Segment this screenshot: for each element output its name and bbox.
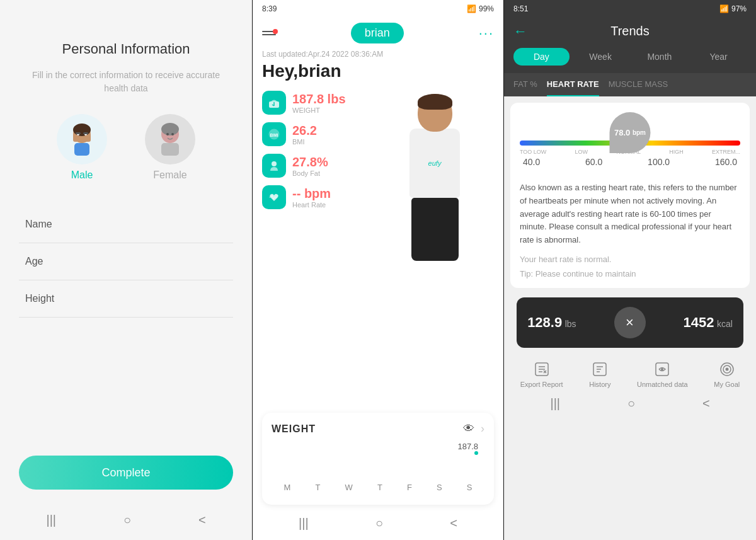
- username-badge[interactable]: brian: [351, 23, 404, 43]
- label-low: LOW: [575, 149, 588, 155]
- tab-heartrate[interactable]: HEART RATE: [547, 79, 599, 96]
- panel2-nav-bar: ||| ○ <: [253, 511, 503, 540]
- bodyfat-metric[interactable]: 27.8% Body Fat: [262, 154, 369, 178]
- tab-year[interactable]: Year: [690, 48, 747, 66]
- tab-week[interactable]: Week: [573, 48, 629, 66]
- day-w: W: [345, 483, 353, 492]
- nav3-menu[interactable]: <: [702, 396, 710, 411]
- form-fields: Name Age Height: [0, 206, 252, 318]
- time-tabs: Day Week Month Year: [504, 48, 756, 73]
- history-label: History: [589, 381, 610, 388]
- gauge-bar-container: 78.0 bpm TOO LOW LOW NORMAL HIGH EXTREM.…: [520, 115, 740, 167]
- close-button[interactable]: ×: [614, 307, 646, 338]
- svg-point-2: [73, 124, 91, 136]
- tab-day[interactable]: Day: [513, 48, 570, 66]
- heart-rate-bubble: 78.0 bpm: [610, 112, 651, 153]
- weight-card-controls: 👁 ›: [463, 422, 484, 435]
- male-label: Male: [71, 169, 93, 181]
- bodyfat-values: 27.8% Body Fat: [292, 155, 328, 177]
- label-high: HIGH: [669, 149, 684, 155]
- nav2-home[interactable]: ○: [375, 516, 383, 531]
- nav-menu-icon[interactable]: <: [198, 513, 206, 527]
- bottom-stats: 128.9 lbs × 1452 kcal: [517, 297, 743, 348]
- bmi-values: 26.2 BMI: [292, 124, 317, 146]
- my-goal-label: My Goal: [714, 381, 740, 388]
- bottom-stats-container: 128.9 lbs × 1452 kcal: [510, 297, 750, 348]
- bodyfat-label: Body Fat: [292, 169, 328, 177]
- weight-stat-value: 128.9: [527, 314, 562, 330]
- kcal-stat-value: 1452: [684, 314, 714, 330]
- day-t2: T: [377, 483, 382, 492]
- weight-chart-dot: [474, 451, 478, 455]
- val-40: 40.0: [523, 157, 540, 167]
- age-field[interactable]: Age: [19, 243, 233, 280]
- avatar-hair: [418, 94, 452, 110]
- weight-metric[interactable]: 187.8 lbs WEIGHT: [262, 91, 369, 115]
- metrics-list: 187.8 lbs WEIGHT BMI 26.2 BMI: [262, 91, 369, 406]
- menu-button[interactable]: [262, 31, 276, 35]
- history-icon: [591, 360, 609, 378]
- eye-icon[interactable]: 👁: [463, 422, 474, 435]
- weight-stat: 128.9 lbs: [527, 314, 576, 331]
- heartrate-icon: [262, 185, 286, 209]
- svg-point-12: [171, 133, 174, 135]
- nav-back-icon[interactable]: |||: [46, 513, 56, 527]
- heart-gauge: 78.0 bpm TOO LOW LOW NORMAL HIGH EXTREM.…: [520, 115, 740, 172]
- dashboard-panel: 8:39 📶 99% brian ··· Last updated:Apr.24…: [252, 0, 504, 540]
- weight-label: WEIGHT: [292, 106, 346, 114]
- chevron-right-icon[interactable]: ›: [481, 422, 484, 435]
- chart-card: 78.0 bpm TOO LOW LOW NORMAL HIGH EXTREM.…: [510, 103, 750, 288]
- weight-card-label: WEIGHT: [272, 423, 316, 435]
- heart-status: Your heart rate is normal.: [520, 255, 740, 264]
- panel1-title: Personal Information: [62, 41, 190, 57]
- female-avatar: [145, 114, 195, 164]
- greeting-text: Hey,brian: [253, 61, 503, 81]
- nav3-back[interactable]: |||: [550, 396, 560, 411]
- nav2-back[interactable]: |||: [299, 516, 309, 531]
- heartrate-metric[interactable]: -- bpm Heart Rate: [262, 185, 369, 209]
- height-field[interactable]: Height: [19, 280, 233, 318]
- nav2-menu[interactable]: <: [450, 516, 457, 531]
- nav-export-report[interactable]: Export Report: [520, 360, 563, 388]
- avatar-body: eufy: [375, 94, 494, 406]
- bmi-metric[interactable]: BMI 26.2 BMI: [262, 122, 369, 146]
- options-menu[interactable]: ···: [479, 25, 494, 42]
- complete-button[interactable]: Complete: [19, 456, 233, 490]
- nav-history[interactable]: History: [589, 360, 610, 388]
- heartrate-values: -- bpm Heart Rate: [292, 187, 331, 209]
- back-button[interactable]: ←: [513, 23, 527, 40]
- weight-chart: 187.8: [272, 442, 484, 480]
- tab-musclemass[interactable]: MUSCLE MASS: [609, 79, 668, 96]
- avatar-3d-container: eufy: [375, 88, 494, 406]
- panel3-header: ← Trends: [504, 18, 756, 48]
- status-bar-2: 8:39 📶 99%: [253, 0, 503, 18]
- svg-rect-6: [76, 132, 81, 134]
- bmi-label: BMI: [292, 138, 317, 146]
- male-avatar: [57, 114, 107, 164]
- svg-point-31: [725, 367, 728, 371]
- val-100: 100.0: [648, 157, 670, 167]
- time-3: 8:51: [513, 4, 528, 13]
- eufy-logo: eufy: [428, 159, 442, 167]
- status-icons-3: 📶 97%: [719, 4, 747, 13]
- tab-month[interactable]: Month: [632, 48, 688, 66]
- gauge-values: 40.0 60.0 100.0 160.0: [520, 157, 740, 167]
- my-goal-icon: [718, 360, 736, 378]
- bpm-unit: bpm: [633, 129, 646, 136]
- nav3-home[interactable]: ○: [627, 396, 635, 411]
- tab-fat[interactable]: FAT %: [513, 79, 537, 96]
- svg-point-11: [166, 133, 169, 135]
- day-m: M: [284, 483, 291, 492]
- female-gender-item[interactable]: Female: [145, 114, 195, 181]
- male-gender-item[interactable]: Male: [57, 114, 107, 181]
- heartrate-label: Heart Rate: [292, 201, 331, 209]
- name-field[interactable]: Name: [19, 206, 233, 243]
- nav-my-goal[interactable]: My Goal: [714, 360, 740, 388]
- nav-home-icon[interactable]: ○: [123, 513, 131, 527]
- day-s2: S: [467, 483, 472, 492]
- weight-chart-card: WEIGHT 👁 › 187.8 M T W T F S S: [262, 413, 494, 505]
- svg-point-28: [661, 368, 663, 371]
- export-report-label: Export Report: [520, 381, 563, 388]
- panel3-nav-bar: ||| ○ <: [504, 391, 756, 420]
- nav-unmatched[interactable]: Unmatched data: [637, 360, 688, 388]
